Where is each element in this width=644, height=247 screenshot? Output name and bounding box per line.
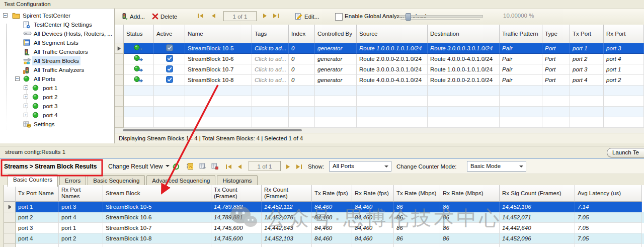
table-cell[interactable]: 7.05 bbox=[575, 223, 642, 233]
column-header-status[interactable]: Status bbox=[124, 25, 154, 43]
table-cell[interactable]: 14,442,640 bbox=[500, 223, 575, 233]
minus-expander-icon[interactable] bbox=[15, 76, 20, 81]
results-last-page-button[interactable] bbox=[296, 164, 302, 170]
table-cell[interactable]: Click to ad... bbox=[252, 54, 289, 64]
active-checkbox[interactable] bbox=[166, 76, 173, 84]
save-result-view-icon[interactable] bbox=[211, 162, 218, 170]
table-cell[interactable]: 86 bbox=[440, 202, 500, 212]
table-cell[interactable]: Pair bbox=[500, 43, 542, 54]
table-cell[interactable]: StreamBlock 10-6 bbox=[103, 212, 211, 223]
table-cell[interactable] bbox=[154, 43, 185, 54]
row-selector-cell[interactable] bbox=[115, 64, 124, 75]
tree-item-settings[interactable]: Settings bbox=[0, 120, 114, 129]
row-selector-cell[interactable] bbox=[4, 233, 16, 244]
tab-basic-counters[interactable]: Basic Counters bbox=[8, 174, 58, 187]
refresh-icon[interactable] bbox=[172, 162, 180, 170]
result-row[interactable]: port 4port 2StreamBlock 10-814,745,60014… bbox=[4, 233, 644, 244]
column-header-name[interactable]: Name bbox=[185, 25, 252, 43]
column-header-index[interactable]: Index bbox=[289, 25, 315, 43]
table-cell[interactable]: StreamBlock 10-7 bbox=[185, 64, 252, 75]
column-header-tx-rate-fps[interactable]: Tx Rate (fps) bbox=[312, 185, 352, 202]
add-button[interactable]: Add... bbox=[121, 11, 145, 22]
column-header-stream-block[interactable]: Stream Block bbox=[103, 185, 211, 202]
preload-checkbox[interactable] bbox=[335, 13, 343, 21]
tree-item-all-devices-hosts-routers[interactable]: All Devices (Hosts, Routers, ... bbox=[0, 29, 114, 38]
table-cell[interactable]: Route 2.0.0.0-2.0.1.0/24 bbox=[357, 54, 428, 64]
table-cell[interactable]: port 3 bbox=[604, 43, 644, 54]
table-cell[interactable]: 14,452,112 bbox=[262, 202, 312, 212]
table-cell[interactable]: generator bbox=[315, 75, 357, 86]
column-header-rx-sig-count-frames[interactable]: Rx Sig Count (Frames) bbox=[500, 185, 575, 202]
tree-item-all-traffic-analyzers[interactable]: All Traffic Analyzers bbox=[0, 65, 114, 74]
empty-row[interactable] bbox=[115, 96, 644, 107]
table-cell[interactable]: Pair bbox=[500, 64, 542, 75]
results-next-page-button[interactable] bbox=[286, 164, 290, 170]
column-header[interactable] bbox=[4, 185, 16, 202]
column-header-rx-rate-mbps[interactable]: Rx Rate (Mbps) bbox=[440, 185, 500, 202]
tree-item-spirent-testcenter[interactable]: Spirent TestCenter bbox=[0, 11, 114, 20]
preload-slider[interactable] bbox=[398, 13, 482, 21]
table-cell[interactable]: Route 2.0.0.0-2.0.1.0/24 bbox=[428, 75, 500, 86]
table-cell[interactable]: 0 bbox=[289, 54, 315, 64]
table-cell[interactable] bbox=[154, 64, 185, 75]
table-cell[interactable]: 86 bbox=[394, 233, 440, 244]
last-page-button[interactable] bbox=[273, 13, 279, 19]
column-header-traffic-pattern[interactable]: Traffic Pattern bbox=[500, 25, 542, 43]
table-cell[interactable]: Port bbox=[542, 43, 570, 54]
row-selector-cell[interactable] bbox=[4, 212, 16, 223]
result-row[interactable]: port 1port 3StreamBlock 10-514,789,88214… bbox=[4, 202, 644, 212]
empty-row[interactable] bbox=[115, 107, 644, 117]
table-cell[interactable]: 84,460 bbox=[312, 223, 352, 233]
table-cell[interactable]: 86 bbox=[394, 223, 440, 233]
table-cell[interactable]: 86 bbox=[440, 212, 500, 223]
result-row[interactable]: port 2port 4StreamBlock 10-614,789,88114… bbox=[4, 212, 644, 223]
change-result-view-button[interactable]: Change Result View bbox=[108, 163, 170, 170]
table-cell[interactable]: Route 1.0.0.0-1.0.1.0/24 bbox=[428, 64, 500, 75]
table-cell[interactable]: Click to ad... bbox=[252, 64, 289, 75]
previous-page-button[interactable] bbox=[211, 13, 216, 19]
column-header-rx-port-names[interactable]: Rx Port Names bbox=[59, 185, 103, 202]
table-cell[interactable]: Pair bbox=[500, 75, 542, 86]
table-cell[interactable]: Port bbox=[542, 54, 570, 64]
table-cell[interactable]: Port bbox=[542, 64, 570, 75]
plus-expander-icon[interactable] bbox=[24, 86, 28, 90]
column-header-tx-port-name[interactable]: Tx Port Name bbox=[16, 185, 59, 202]
stream-block-row[interactable]: StreamBlock 10-5Click to ad...0generator… bbox=[115, 43, 644, 54]
column-header-source[interactable]: Source bbox=[357, 25, 428, 43]
column-header-tx-rate-mbps[interactable]: Tx Rate (Mbps) bbox=[394, 185, 440, 202]
table-cell[interactable]: port 4 bbox=[570, 75, 604, 86]
table-cell[interactable]: 84,460 bbox=[352, 223, 394, 233]
tree-item-all-traffic-generators[interactable]: All Traffic Generators bbox=[0, 47, 114, 56]
column-header-active[interactable]: Active bbox=[154, 25, 185, 43]
table-cell[interactable]: Port bbox=[542, 75, 570, 86]
tree-item-testcenter-iq-settings[interactable]: TestCenter IQ Settings bbox=[0, 20, 114, 29]
table-cell[interactable]: 84,460 bbox=[352, 202, 394, 212]
table-cell[interactable]: 14,745,600 bbox=[211, 223, 262, 233]
table-cell[interactable]: Route 4.0.0.0-4.0.1.0/24 bbox=[357, 75, 428, 86]
table-cell[interactable]: port 3 bbox=[570, 64, 604, 75]
table-cell[interactable]: port 4 bbox=[59, 212, 103, 223]
row-selector-cell[interactable] bbox=[115, 54, 124, 64]
table-cell[interactable]: 14,789,882 bbox=[211, 202, 262, 212]
table-cell[interactable]: Pair bbox=[500, 54, 542, 64]
tree-item-port-3[interactable]: port 3 bbox=[0, 102, 114, 111]
table-cell[interactable]: 86 bbox=[440, 223, 500, 233]
stream-block-row[interactable]: StreamBlock 10-7Click to ad...0generator… bbox=[115, 64, 644, 75]
table-cell[interactable] bbox=[154, 75, 185, 86]
column-header-controlled-by[interactable]: Controlled By bbox=[315, 25, 357, 43]
column-header-type[interactable]: Type bbox=[542, 25, 570, 43]
selected-row-marker[interactable] bbox=[4, 202, 16, 212]
results-previous-page-button[interactable] bbox=[237, 164, 242, 170]
table-cell[interactable]: port 3 bbox=[16, 223, 59, 233]
table-cell[interactable]: 14,452,071 bbox=[500, 212, 575, 223]
plus-expander-icon[interactable] bbox=[24, 104, 28, 108]
table-cell[interactable]: StreamBlock 10-7 bbox=[103, 223, 211, 233]
tree-item-port-2[interactable]: port 2 bbox=[0, 93, 114, 102]
table-cell[interactable]: 86 bbox=[394, 212, 440, 223]
minus-expander-icon[interactable] bbox=[3, 13, 8, 18]
first-page-button[interactable] bbox=[197, 13, 204, 19]
row-selector-cell[interactable] bbox=[115, 75, 124, 86]
column-header-rx-port[interactable]: Rx Port bbox=[604, 25, 644, 43]
next-page-button[interactable] bbox=[263, 13, 267, 19]
table-cell[interactable]: 0 bbox=[289, 75, 315, 86]
